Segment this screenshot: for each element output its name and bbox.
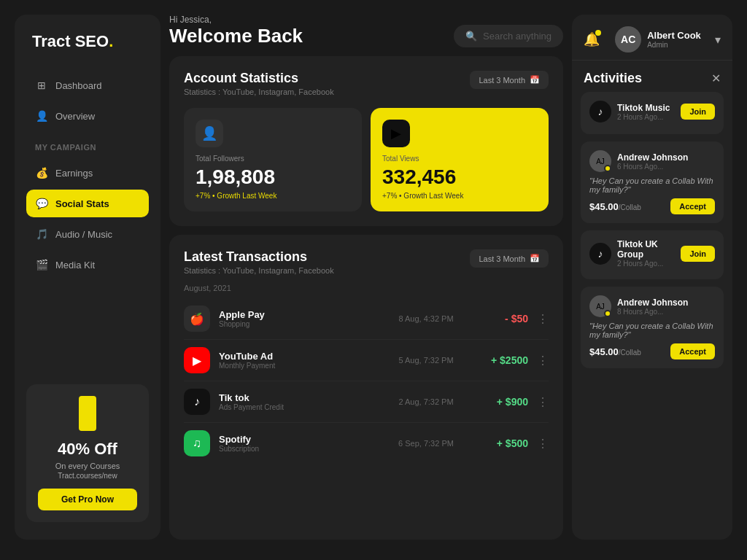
stat-card-views: ▶ Total Views 332,456 +7% • Growth Last … xyxy=(371,108,549,211)
activity-top: ♪ Tiktok Music 2 Hours Ago... Join xyxy=(589,101,715,122)
list-item: ♪ Tiktok Music 2 Hours Ago... Join xyxy=(581,92,724,134)
tx-more-icon[interactable]: ⋮ xyxy=(537,354,549,368)
stats-header: Account Statistics Statistics : YouTube,… xyxy=(184,71,549,96)
list-item: AJ Andrew Johnson 6 Hours Ago... "Hey Ca… xyxy=(581,141,724,223)
table-row: ♪ Tik tok Ads Payment Credit 2 Aug, 7:32… xyxy=(184,381,549,423)
activity-name: Andrew Johnson xyxy=(617,152,688,163)
activity-price-2: $45.00/Collab Accept xyxy=(589,343,715,359)
tx-name: YouTube Ad xyxy=(219,351,382,362)
activity-top: AJ Andrew Johnson 6 Hours Ago... xyxy=(589,150,715,172)
table-row: ♫ Spotify Subscription 6 Sep, 7:32 PM + … xyxy=(184,423,549,464)
stat-label-followers: Total Followers xyxy=(196,155,350,163)
audio-icon: 🎵 xyxy=(35,228,48,241)
views-icon: ▶ xyxy=(382,120,410,147)
sidebar-promo: 40% Off On every Courses Tract.courses/n… xyxy=(26,384,149,522)
activity-time: 2 Hours Ago... xyxy=(617,260,681,268)
avatar-wrapper: AJ xyxy=(589,295,611,317)
join-button-2[interactable]: Join xyxy=(681,246,715,262)
stat-value-followers: 1,98,808 xyxy=(196,166,350,189)
activity-name: Tiktok UK Group xyxy=(617,239,681,260)
sidebar-item-social-stats[interactable]: 💬 Social Stats xyxy=(26,190,149,217)
activity-message: "Hey Can you create a Collab With my fam… xyxy=(589,176,715,194)
activity-time: 6 Hours Ago... xyxy=(617,163,688,171)
tx-more-icon[interactable]: ⋮ xyxy=(537,395,549,409)
sidebar-item-label: Media Kit xyxy=(55,260,95,271)
activity-name-block: Tiktok UK Group 2 Hours Ago... xyxy=(617,239,681,268)
tx-info: Apple Pay Shopping xyxy=(219,309,382,328)
accept-button[interactable]: Accept xyxy=(670,198,715,214)
sidebar-item-label: Social Stats xyxy=(55,198,109,209)
activity-info: ♪ Tiktok UK Group 2 Hours Ago... xyxy=(589,239,681,268)
join-button[interactable]: Join xyxy=(681,104,715,120)
right-panel-header: 🔔 AC Albert Cook Admin ▾ xyxy=(572,15,732,61)
activity-name-block: Andrew Johnson 6 Hours Ago... xyxy=(617,152,688,171)
bell-wrapper: 🔔 xyxy=(584,31,600,47)
sidebar-item-dashboard[interactable]: ⊞ Dashboard xyxy=(26,71,149,99)
list-item: ♪ Tiktok UK Group 2 Hours Ago... Join xyxy=(581,230,724,279)
sidebar-logo: Tract SEO. xyxy=(26,32,149,51)
activity-name-block: Tiktok Music 2 Hours Ago... xyxy=(617,103,670,121)
online-dot-2 xyxy=(604,310,611,317)
activity-message: "Hey Can you create a Collab With my fam… xyxy=(589,322,715,339)
tx-info: Spotify Subscription xyxy=(219,434,382,453)
stat-growth-views: +7% • Growth Last Week xyxy=(382,192,537,200)
campaign-section-label: My Campaign xyxy=(26,133,149,156)
tx-filter-label: Last 3 Month xyxy=(479,254,525,263)
stats-title: Account Statistics xyxy=(184,71,334,86)
user-name: Albert Cook xyxy=(647,30,701,41)
promo-link: Tract.courses/new xyxy=(38,472,137,480)
online-dot xyxy=(604,165,611,172)
chevron-down-icon[interactable]: ▾ xyxy=(715,33,721,47)
activities-list: ♪ Tiktok Music 2 Hours Ago... Join AJ xyxy=(572,92,732,540)
price-sub-2: /Collab xyxy=(619,349,641,357)
sidebar-item-earnings[interactable]: 💰 Earnings xyxy=(26,159,149,187)
activity-time: 8 Hours Ago... xyxy=(617,308,688,316)
user-info: AC Albert Cook Admin xyxy=(615,26,701,52)
sidebar-nav: ⊞ Dashboard 👤 Overview My Campaign 💰 Ear… xyxy=(26,71,149,279)
tx-filter-btn[interactable]: Last 3 Month 📅 xyxy=(470,249,549,268)
tx-title-block: Latest Transactions Statistics : YouTube… xyxy=(184,249,334,275)
tx-title: Latest Transactions xyxy=(184,249,334,265)
stats-filter-btn[interactable]: Last 3 Month 📅 xyxy=(470,71,549,89)
tx-name: Tik tok xyxy=(219,392,382,403)
stats-cards: 👤 Total Followers 1,98,808 +7% • Growth … xyxy=(184,108,549,211)
sidebar-item-media-kit[interactable]: 🎬 Media Kit xyxy=(26,251,149,279)
close-button[interactable]: ✕ xyxy=(711,71,721,85)
stat-card-followers: 👤 Total Followers 1,98,808 +7% • Growth … xyxy=(184,108,362,211)
main-content: Hi Jessica, Welcome Back 🔍 Search anythi… xyxy=(169,15,563,540)
accept-button-2[interactable]: Accept xyxy=(670,343,715,359)
search-bar[interactable]: 🔍 Search anything xyxy=(454,25,563,47)
user-role: Admin xyxy=(647,41,701,49)
tx-info: YouTube Ad Monthly Payment xyxy=(219,351,382,370)
activity-info: AJ Andrew Johnson 6 Hours Ago... xyxy=(589,150,688,172)
stats-subtitle: Statistics : YouTube, Instagram, Faceboo… xyxy=(184,88,334,96)
tx-calendar-icon: 📅 xyxy=(530,254,540,263)
activities-header: Activities ✕ xyxy=(572,61,732,92)
promo-discount: 40% Off xyxy=(38,440,137,459)
overview-icon: 👤 xyxy=(35,109,48,122)
promo-subtitle: On every Courses xyxy=(38,462,137,470)
activity-name: Tiktok Music xyxy=(617,103,670,113)
stat-label-views: Total Views xyxy=(382,155,537,163)
stat-growth-followers: +7% • Growth Last Week xyxy=(196,192,350,200)
activity-name: Andrew Johnson xyxy=(617,298,688,308)
user-details: Albert Cook Admin xyxy=(647,30,701,49)
stats-title-block: Account Statistics Statistics : YouTube,… xyxy=(184,71,334,96)
sidebar-item-overview[interactable]: 👤 Overview xyxy=(26,102,149,130)
activity-info: AJ Andrew Johnson 8 Hours Ago... xyxy=(589,295,688,317)
list-item: AJ Andrew Johnson 8 Hours Ago... "Hey Ca… xyxy=(581,287,724,368)
avatar: AC xyxy=(615,26,641,52)
price-value-2: $45.00/Collab xyxy=(589,346,641,357)
welcome-text: Welcome Back xyxy=(169,25,303,47)
get-pro-button[interactable]: Get Pro Now xyxy=(38,489,137,510)
social-stats-icon: 💬 xyxy=(35,197,48,210)
followers-icon: 👤 xyxy=(196,120,223,147)
tx-more-icon[interactable]: ⋮ xyxy=(537,312,549,326)
activity-info: ♪ Tiktok Music 2 Hours Ago... xyxy=(589,101,670,122)
transactions-section: Latest Transactions Statistics : YouTube… xyxy=(169,235,563,540)
spotify-icon: ♫ xyxy=(184,430,210,456)
tx-more-icon[interactable]: ⋮ xyxy=(537,437,549,451)
sidebar-item-audio-music[interactable]: 🎵 Audio / Music xyxy=(26,220,149,248)
filter-label: Last 3 Month xyxy=(479,76,525,85)
activity-tiktok-uk-icon: ♪ xyxy=(589,243,611,265)
